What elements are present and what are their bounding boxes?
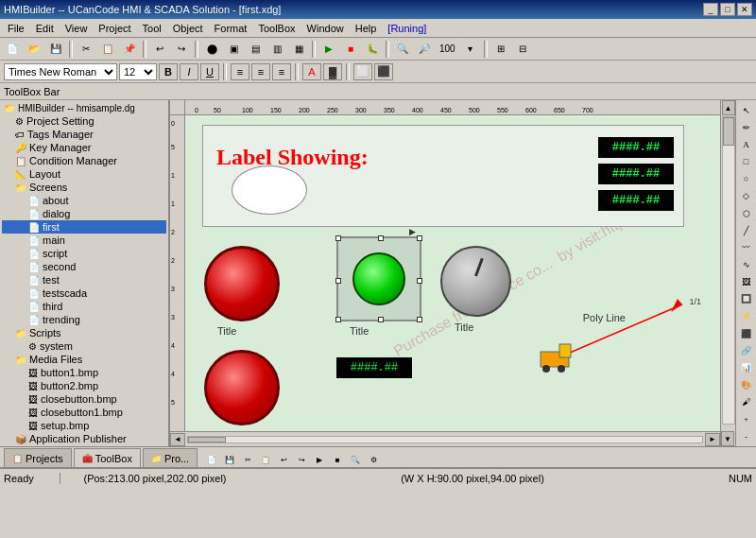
align-right-text[interactable]: ≡ <box>272 63 291 80</box>
bt-btn9[interactable]: 🔍 <box>347 452 364 467</box>
menu-running[interactable]: [Runing] <box>382 21 432 36</box>
tree-item-scripts[interactable]: 📁 Scripts <box>2 326 166 339</box>
italic-button[interactable]: I <box>180 63 198 80</box>
run-button[interactable]: ▶ <box>318 40 339 59</box>
maximize-button[interactable]: □ <box>720 3 735 16</box>
tree-item-third[interactable]: 📄 third <box>2 300 166 313</box>
label-showing-box[interactable]: Label Showing: ####.## ####.## ####.## <box>202 125 684 227</box>
scroll-down-btn[interactable]: ▼ <box>721 431 734 446</box>
red-knob-2[interactable] <box>204 350 280 425</box>
border-button[interactable]: ⬜ <box>353 63 372 80</box>
menu-view[interactable]: View <box>60 21 94 36</box>
canvas-inner[interactable]: Purchase from source co... by visit:http… <box>185 115 720 431</box>
rt-polyline[interactable]: 〰 <box>738 239 755 255</box>
rt-line[interactable]: ╱ <box>738 222 755 238</box>
open-button[interactable]: 📂 <box>24 40 44 59</box>
rt-link[interactable]: 🔗 <box>738 342 755 358</box>
rt-chart[interactable]: 📊 <box>738 359 755 375</box>
align-right-button[interactable]: ▤ <box>245 40 266 59</box>
zoom-out-button[interactable]: 🔎 <box>414 40 435 59</box>
rt-group[interactable]: 🔲 <box>738 291 755 307</box>
fill-button[interactable]: ⬛ <box>374 63 393 80</box>
minimize-button[interactable]: _ <box>703 3 718 16</box>
bt-btn4[interactable]: 📋 <box>257 452 274 467</box>
rt-text[interactable]: A <box>738 136 755 152</box>
bg-color-button[interactable]: ▓ <box>323 63 342 80</box>
rt-image[interactable]: 🖼 <box>738 274 755 290</box>
underline-button[interactable]: U <box>200 63 219 80</box>
green-button-container[interactable]: ▶ <box>336 236 421 321</box>
tree-item-script[interactable]: 📄 script <box>2 247 166 260</box>
zoom-select[interactable]: ▾ <box>460 40 481 59</box>
tree-item-key-manager[interactable]: 🔑 Key Manager <box>2 141 166 154</box>
tab-toolbox[interactable]: 🧰 ToolBox <box>74 448 141 467</box>
font-name-select[interactable]: Times New Roman <box>4 63 117 80</box>
debug-button[interactable]: 🐛 <box>362 40 383 59</box>
rt-ellipse[interactable]: ○ <box>738 171 755 187</box>
tree-item-button2[interactable]: 🖼 button2.bmp <box>2 379 166 392</box>
font-size-select[interactable]: 12 <box>119 63 157 80</box>
rt-select[interactable]: ↖ <box>738 102 755 118</box>
tree-item-dialog[interactable]: 📄 dialog <box>2 207 166 220</box>
tab-pro[interactable]: 📁 Pro... <box>143 448 198 467</box>
display-box-2[interactable]: ####.## <box>598 164 674 184</box>
tab-projects[interactable]: 📋 Projects <box>4 448 72 467</box>
scroll-left-btn[interactable]: ◄ <box>170 433 185 446</box>
tree-item-main[interactable]: 📄 main <box>2 234 166 247</box>
rt-polygon[interactable]: ⬡ <box>738 205 755 221</box>
close-button[interactable]: ✕ <box>737 3 752 16</box>
bt-btn6[interactable]: ↪ <box>293 452 310 467</box>
rt-zoomin[interactable]: + <box>738 411 755 427</box>
bt-btn10[interactable]: ⚙ <box>365 452 382 467</box>
menu-file[interactable]: File <box>2 21 30 36</box>
bold-button[interactable]: B <box>159 63 178 80</box>
tree-item-project-setting[interactable]: ⚙ Project Setting <box>2 114 166 128</box>
oval-shape[interactable] <box>232 165 307 215</box>
rt-paint[interactable]: 🖌 <box>738 394 755 410</box>
scroll-right-btn[interactable]: ► <box>705 433 720 446</box>
tree-item-setup[interactable]: 🖼 setup.bmp <box>2 419 166 432</box>
vscroll-thumb[interactable] <box>723 117 734 146</box>
rt-color[interactable]: 🎨 <box>738 377 755 393</box>
scroll-thumb[interactable] <box>188 437 226 443</box>
scroll-up-btn[interactable]: ▲ <box>722 100 735 115</box>
undo-button[interactable]: ↩ <box>149 40 170 59</box>
menu-window[interactable]: Window <box>301 21 350 36</box>
vertical-scrollbar[interactable]: ▲ ▼ <box>720 100 735 446</box>
bt-btn1[interactable]: 📄 <box>203 452 220 467</box>
window-controls[interactable]: _ □ ✕ <box>703 3 752 16</box>
menu-object[interactable]: Object <box>167 21 209 36</box>
cut-button[interactable]: ✂ <box>76 40 96 59</box>
display-bottom[interactable]: ####.## <box>336 357 412 378</box>
tree-item-explore-project[interactable]: 📂 Explore Project Folder <box>2 445 166 446</box>
paste-button[interactable]: 📌 <box>119 40 140 59</box>
new-button[interactable]: 📄 <box>2 40 23 59</box>
bt-btn8[interactable]: ■ <box>329 452 346 467</box>
menu-help[interactable]: Help <box>350 21 383 36</box>
menu-tool[interactable]: Tool <box>137 21 167 36</box>
tree-item-tags-manager[interactable]: 🏷 Tags Manager <box>2 128 166 141</box>
bt-btn7[interactable]: ▶ <box>311 452 328 467</box>
tree-item-first[interactable]: 📄 first <box>2 220 166 234</box>
canvas-area[interactable]: 0 50 100 150 200 250 300 350 400 450 500… <box>170 100 735 446</box>
bt-btn2[interactable]: 💾 <box>221 452 238 467</box>
tree-item-second[interactable]: 📄 second <box>2 260 166 273</box>
tree-item-test[interactable]: 📄 test <box>2 273 166 286</box>
menu-toolbox[interactable]: ToolBox <box>252 21 301 36</box>
red-knob-1[interactable] <box>204 246 280 321</box>
rt-diamond[interactable]: ◇ <box>738 188 755 204</box>
rt-button[interactable]: ⬛ <box>738 325 755 341</box>
save-button[interactable]: 💾 <box>45 40 66 59</box>
align-center-button[interactable]: ▣ <box>223 40 244 59</box>
tree-item-closebutton[interactable]: 🖼 closebutton.bmp <box>2 392 166 406</box>
align-bottom-button[interactable]: ▦ <box>288 40 309 59</box>
scroll-track[interactable] <box>187 436 703 443</box>
rt-symbol[interactable]: ⚡ <box>738 308 755 324</box>
tree-item-about[interactable]: 📄 about <box>2 194 166 207</box>
rt-bezier[interactable]: ∿ <box>738 256 755 272</box>
tree-item-trending[interactable]: 📄 trending <box>2 313 166 326</box>
vscroll-track[interactable] <box>722 116 735 425</box>
horizontal-scrollbar[interactable]: ◄ ► <box>170 431 720 446</box>
align-top-button[interactable]: ▥ <box>266 40 287 59</box>
rt-pencil[interactable]: ✏ <box>738 119 755 135</box>
